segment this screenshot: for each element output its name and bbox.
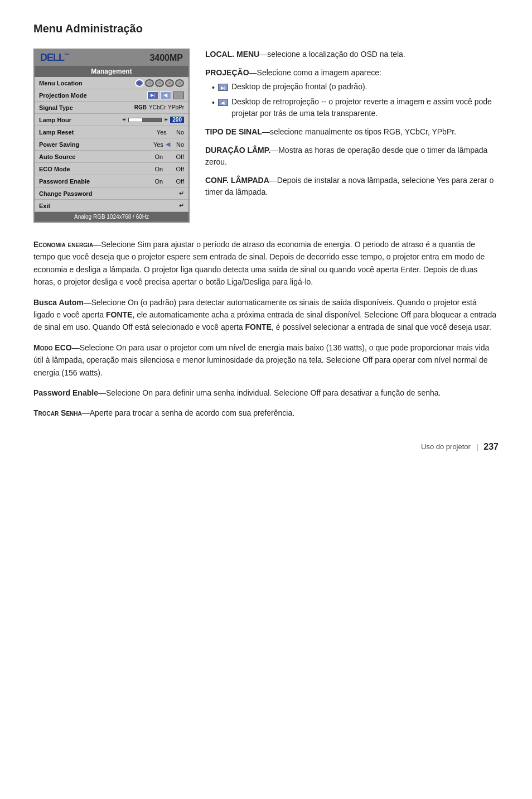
body-text-busca: —Selecione On (o padrão) para detectar a… [33, 298, 496, 332]
osd-change-password-icon: ↵ [179, 190, 184, 197]
osd-password-enable-off: Off [176, 178, 184, 185]
osd-row-eco-mode: ECO Mode On Off [35, 163, 188, 175]
bullet-dot-1: • [212, 82, 215, 94]
content-row: DELL™ 3400MP Management Menu Location ○ … [33, 49, 499, 223]
osd-eco-mode-value: On Off [155, 166, 184, 172]
osd-label-lamp-reset: Lamp Reset [39, 129, 89, 136]
desc-text-projecao: —Selecione como a imagem aparece: [249, 68, 381, 77]
osd-power-saving-arrow: ◀ [166, 141, 170, 148]
projecao-bullet-2-text: Desktop de retroprojeção -- o projetor r… [231, 96, 499, 119]
body-label-eco: Modo ECO [33, 343, 72, 352]
body-text-trocar-senha: —Aperte para trocar a senha de acordo co… [82, 408, 294, 417]
osd-row-change-password: Change Password ↵ [35, 187, 188, 200]
body-text-password: —Selecione On para definir uma senha ind… [98, 388, 441, 397]
body-label-economia: Economia energia [33, 240, 93, 249]
osd-lamp-value: 200 [170, 117, 184, 123]
osd-loc-icon-4: ○ [165, 79, 174, 87]
projecao-bullet-1-text: Desktop de projeção frontal (o padrão). [231, 81, 367, 93]
osd-lamp-reset-no: No [176, 129, 184, 136]
body-para-trocar-senha: Trocar Senha—Aperte para trocar a senha … [33, 407, 499, 419]
osd-label-exit: Exit [39, 203, 89, 209]
osd-row-projection-mode: Projection Mode ▶| ◀| [35, 89, 188, 102]
desc-conf-lampada: CONF. LÂMPADA—Depois de instalar a nova … [205, 175, 499, 198]
osd-signal-ypbpr: YPbPr [168, 104, 184, 110]
page-title: Menu Administração [33, 22, 499, 35]
osd-lamp-arrow: ☀ [163, 117, 168, 123]
osd-label-projection-mode: Projection Mode [39, 92, 89, 99]
osd-auto-source-value: On Off [155, 153, 184, 160]
osd-bar-fill [129, 118, 142, 122]
osd-row-power-saving: Power Saving Yes ◀ No [35, 138, 188, 151]
osd-row-lamp-hour: Lamp Hour ☀ ☀ 200 [35, 114, 188, 126]
osd-row-menu-location: Menu Location ○ ○ ○ ○ ○ [35, 77, 188, 89]
osd-label-signal-type: Signal Type [39, 104, 89, 111]
osd-eco-mode-off: Off [176, 166, 184, 172]
body-para-economia: Economia energia—Selecione Sim para ajus… [33, 238, 499, 288]
osd-submenu-title: Management [35, 66, 188, 77]
body-text-eco: —Selecione On para usar o projetor com u… [33, 343, 489, 377]
desc-text-local-menu: —selecione a localização do OSD na tela. [259, 50, 405, 59]
footer-page-number: 237 [483, 442, 499, 452]
osd-brand: DELL™ [40, 52, 69, 64]
desc-label-duracao-lamp: DURAÇÃO LÂMP. [205, 146, 270, 155]
body-para-busca: Busca Autom—Selecione On (o padrão) para… [33, 296, 499, 334]
osd-row-auto-source: Auto Source On Off [35, 151, 188, 163]
body-text-fonte-2: FONTE [245, 323, 272, 331]
osd-proj-icon-extra [173, 92, 184, 99]
osd-lamp-reset-yes: Yes [157, 129, 167, 136]
osd-trademark: ™ [64, 52, 69, 58]
osd-prog-bar: ☀ ☀ 200 [122, 117, 184, 123]
projecao-bullet-1: • ▶| Desktop de projeção frontal (o padr… [212, 81, 499, 94]
osd-change-password-value: ↵ [179, 190, 184, 197]
osd-footer: Analog RGB 1024x768 / 60Hz [35, 212, 188, 222]
osd-signal-ycbcr: YCbCr [149, 104, 166, 110]
osd-loc-icon-3: ○ [155, 79, 164, 87]
osd-exit-icon: ↵ [179, 202, 184, 209]
body-text-economia: —Selecione Sim para ajustar o período de… [33, 240, 485, 286]
desc-projecao: PROJEÇÃO—Selecione como a imagem aparece… [205, 67, 499, 119]
osd-loc-icon-1: ○ [135, 79, 144, 87]
projecao-bullet-2: • ◀| Desktop de retroprojeção -- o proje… [212, 96, 499, 119]
desc-duracao-lamp: DURAÇÃO LÂMP.—Mostra as horas de operaçã… [205, 145, 499, 168]
osd-header: DELL™ 3400MP [35, 50, 188, 66]
osd-label-menu-location: Menu Location [39, 80, 89, 86]
osd-proj-icons: ▶| ◀| [147, 92, 184, 99]
osd-brand-text: DELL [40, 52, 64, 63]
body-section: Economia energia—Selecione Sim para ajus… [33, 238, 499, 420]
osd-eco-mode-on: On [155, 166, 163, 172]
osd-loc-icons: ○ ○ ○ ○ ○ [135, 79, 184, 87]
footer-text: Uso do projetor [421, 442, 471, 451]
osd-loc-icon-2: ○ [145, 79, 154, 87]
body-text-fonte-1: FONTE [106, 310, 132, 319]
osd-power-saving-value: Yes ◀ No [153, 141, 184, 148]
osd-lamp-icon: ☀ [122, 117, 127, 123]
page-footer: Uso do projetor | 237 [33, 442, 499, 452]
osd-password-enable-value: On Off [155, 178, 184, 185]
desc-label-local-menu: LOCAL. MENU [205, 50, 259, 59]
osd-label-lamp-hour: Lamp Hour [39, 117, 89, 123]
osd-label-change-password: Change Password [39, 190, 92, 197]
osd-auto-source-off: Off [176, 153, 184, 160]
osd-row-exit: Exit ↵ [35, 200, 188, 212]
osd-bar-bg [128, 118, 162, 122]
projecao-icon-rear: ◀| [218, 96, 228, 108]
osd-model: 3400MP [149, 53, 183, 63]
osd-row-lamp-reset: Lamp Reset Yes No [35, 126, 188, 138]
osd-loc-icon-5: ○ [175, 79, 184, 87]
footer-separator: | [476, 442, 478, 451]
projecao-icon-front: ▶| [218, 81, 228, 93]
body-label-password: Password Enable [33, 388, 98, 397]
desc-local-menu: LOCAL. MENU—selecione a localização do O… [205, 49, 499, 60]
osd-row-signal-type: Signal Type RGB YCbCr YPbPr [35, 102, 188, 114]
body-label-busca: Busca Autom [33, 298, 84, 307]
osd-power-saving-yes: Yes [153, 141, 163, 148]
osd-signal-value: RGB YCbCr YPbPr [134, 104, 184, 110]
osd-label-power-saving: Power Saving [39, 141, 89, 148]
osd-auto-source-on: On [155, 153, 163, 160]
desc-label-projecao: PROJEÇÃO [205, 68, 249, 77]
osd-label-eco-mode: ECO Mode [39, 166, 89, 172]
osd-signal-rgb: RGB [134, 104, 147, 110]
osd-label-auto-source: Auto Source [39, 153, 89, 160]
desc-label-tipo-sinal: TIPO DE SINAL [205, 127, 262, 136]
osd-row-password-enable: Password Enable On Off [35, 175, 188, 187]
